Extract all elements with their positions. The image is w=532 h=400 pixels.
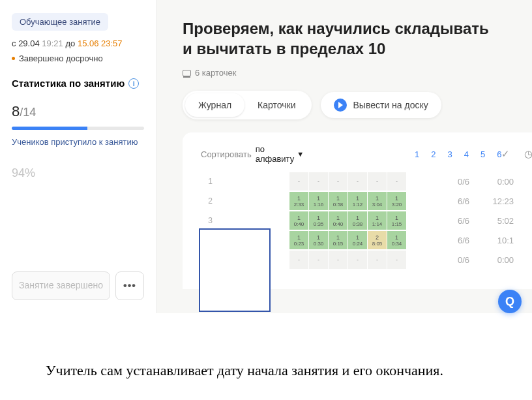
play-icon — [334, 99, 347, 112]
percent-stat: 94% — [12, 166, 144, 180]
result-cell[interactable]: 28:05 — [368, 231, 387, 249]
result-cell[interactable]: 10:40 — [329, 211, 348, 230]
col-3[interactable]: 3 — [448, 149, 452, 159]
result-cell[interactable]: - — [387, 251, 407, 269]
row-cells: 12:3311:1610:5811:1213:0413:20 — [289, 192, 407, 210]
column-headers: 1 2 3 4 5 6 — [415, 149, 501, 159]
result-cell[interactable]: - — [309, 251, 329, 269]
result-cell[interactable]: - — [309, 172, 329, 191]
result-cell[interactable]: 10:15 — [329, 231, 348, 249]
stats-heading: Статистика по занятию i — [12, 78, 144, 89]
col-1[interactable]: 1 — [415, 149, 419, 159]
clock-icon: ◷ — [524, 148, 532, 160]
row-time: 10:1 — [497, 236, 514, 245]
result-cell[interactable]: 10:30 — [309, 231, 329, 249]
caption-text: Учитель сам устанавливает дату начала за… — [46, 362, 443, 379]
result-cell[interactable]: 10:23 — [289, 231, 309, 249]
result-cell[interactable]: 11:12 — [348, 192, 368, 210]
check-icon: ✓ — [501, 148, 510, 160]
sidebar: Обучающее занятие с 29.04 19:21 до 15.06… — [0, 0, 156, 313]
broadcast-button[interactable]: Вывести на доску — [321, 92, 441, 118]
result-cell[interactable]: 10:38 — [348, 211, 368, 230]
chevron-down-icon: ▼ — [297, 150, 304, 158]
result-cell[interactable]: 13:04 — [368, 192, 387, 210]
status-dot-icon — [12, 57, 15, 60]
row-time: 12:23 — [492, 196, 514, 206]
info-icon[interactable]: i — [128, 78, 139, 89]
result-cell[interactable]: 10:34 — [387, 231, 407, 249]
row-summary: 6/610:1 — [458, 236, 514, 245]
result-cell[interactable]: - — [329, 251, 348, 269]
result-cell[interactable]: 10:40 — [289, 211, 309, 230]
progress-label: Учеников приступило к занятию — [12, 136, 144, 148]
row-cells: 10:2310:3010:1510:2428:0510:34 — [289, 231, 407, 249]
row-time: 0:00 — [497, 177, 514, 187]
status-line: Завершено досрочно — [12, 54, 144, 63]
result-cell[interactable]: - — [289, 251, 309, 269]
row-cells: 10:4010:3510:4010:3811:1411:15 — [289, 211, 407, 230]
row-time: 5:02 — [497, 216, 514, 226]
row-number: 2 — [201, 196, 213, 206]
progress-bar — [12, 127, 144, 130]
row-summary: 0/60:00 — [458, 177, 514, 187]
result-cell[interactable]: 11:16 — [309, 192, 329, 210]
view-segmented: Журнал Карточки — [183, 91, 312, 119]
result-cell[interactable]: 10:24 — [348, 231, 368, 249]
row-number: 1 — [201, 177, 213, 186]
result-cell[interactable]: 12:33 — [289, 192, 309, 210]
result-cell[interactable]: 11:15 — [387, 211, 407, 230]
row-summary: 6/65:02 — [458, 216, 514, 226]
date-range: с 29.04 19:21 до 15.06 23:57 — [12, 38, 144, 48]
cards-count: 6 карточек — [183, 68, 532, 78]
lesson-done-button: Занятие завершено — [12, 271, 110, 300]
row-summary: 0/60:00 — [458, 255, 514, 265]
table-row: 212:3311:1610:5811:1213:0413:206/612:23 — [201, 191, 532, 211]
tab-journal[interactable]: Журнал — [185, 93, 244, 117]
result-cell[interactable]: 10:35 — [309, 211, 329, 230]
row-time: 0:00 — [497, 255, 514, 265]
result-cell[interactable]: - — [368, 251, 387, 269]
row-summary: 6/612:23 — [458, 196, 514, 206]
result-cell[interactable]: 11:14 — [368, 211, 387, 230]
col-4[interactable]: 4 — [464, 149, 469, 159]
result-cell[interactable]: 13:20 — [387, 192, 407, 210]
row-cells: ------ — [289, 251, 407, 269]
name-overlay — [199, 228, 271, 312]
row-score: 6/6 — [458, 196, 469, 206]
page-title: Проверяем, как научились складывать и вы… — [183, 18, 495, 59]
cards-icon — [183, 70, 191, 76]
row-score: 6/6 — [458, 236, 469, 245]
help-fab[interactable]: Q — [498, 290, 522, 313]
tab-cards[interactable]: Карточки — [244, 93, 308, 117]
row-score: 0/6 — [458, 177, 469, 187]
result-cell[interactable]: 10:58 — [329, 192, 348, 210]
students-fraction: 8/14 — [12, 103, 144, 120]
col-2[interactable]: 2 — [431, 149, 436, 159]
more-button[interactable]: ••• — [115, 271, 144, 300]
result-cell[interactable]: - — [348, 172, 368, 191]
result-cell[interactable]: - — [368, 172, 387, 191]
sort-label: Сортировать — [201, 149, 252, 159]
row-score: 6/6 — [458, 216, 469, 226]
result-cell[interactable]: - — [289, 172, 309, 191]
row-score: 0/6 — [458, 255, 469, 265]
col-6[interactable]: 6 — [497, 149, 501, 159]
col-5[interactable]: 5 — [480, 149, 485, 159]
sort-dropdown[interactable]: по алфавиту ▼ — [256, 144, 304, 164]
lesson-type-badge: Обучающее занятие — [12, 13, 108, 31]
table-row: 1------0/60:00 — [201, 172, 532, 191]
row-cells: ------ — [289, 172, 407, 191]
result-cell[interactable]: - — [348, 251, 368, 269]
result-cell[interactable]: - — [329, 172, 348, 191]
row-number: 3 — [201, 216, 213, 225]
result-cell[interactable]: - — [387, 172, 407, 191]
table-row: 310:4010:3510:4010:3811:1411:156/65:02 — [201, 211, 532, 230]
